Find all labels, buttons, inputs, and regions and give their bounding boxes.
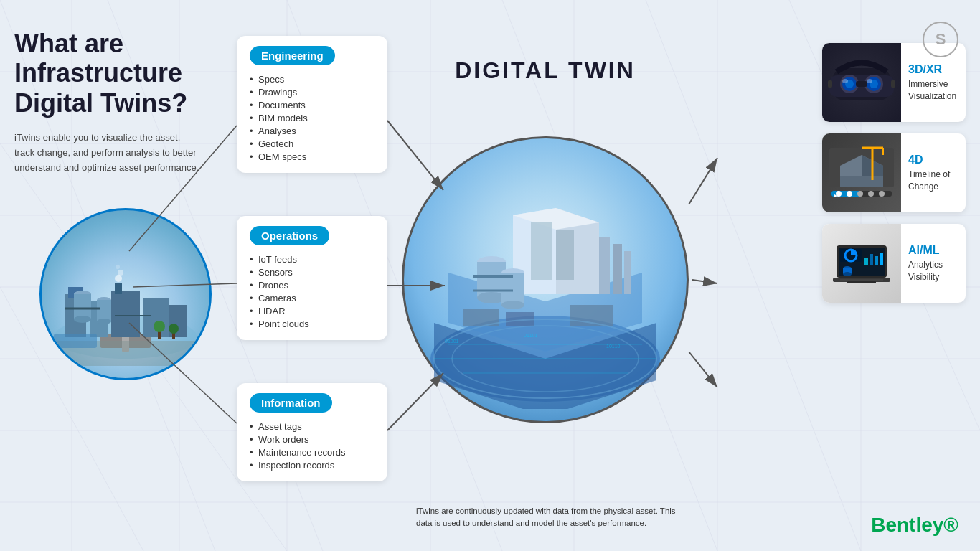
svg-rect-29 [115, 283, 122, 294]
operations-item: IoT feeds [250, 253, 374, 265]
subtitle: iTwins enable you to visualize the asset… [14, 131, 201, 175]
digital-twin-container: DIGITAL TWIN [395, 57, 696, 459]
engineering-item: Analyses [250, 124, 374, 137]
svg-point-34 [74, 316, 91, 323]
output-text-4d: 4D Timeline of Change [901, 148, 966, 199]
svg-point-37 [97, 319, 111, 324]
svg-point-43 [169, 324, 179, 334]
svg-text:01101: 01101 [524, 333, 538, 338]
svg-text:10110: 10110 [606, 344, 621, 349]
output-title-aiml: AI/ML [908, 244, 958, 257]
svg-point-48 [116, 265, 120, 269]
engineering-title: Engineering [250, 46, 335, 65]
svg-point-102 [867, 79, 872, 83]
engineering-list: Specs Drawings Documents BIM models Anal… [250, 72, 374, 163]
output-subtitle-3dxr: Immersive Visualization [908, 78, 958, 103]
output-card-aiml: AI/ML Analytics Visibility [822, 224, 966, 303]
left-boxes: Engineering Specs Drawings Documents BIM… [237, 36, 387, 496]
output-subtitle-aiml: Analytics Visibility [908, 259, 958, 283]
engineering-item: BIM models [250, 111, 374, 124]
engineering-item: Specs [250, 72, 374, 85]
output-text-aiml: AI/ML Analytics Visibility [901, 238, 966, 289]
output-title-4d: 4D [908, 154, 958, 166]
svg-rect-28 [111, 291, 140, 337]
operations-list: IoT feeds Sensors Drones Cameras LiDAR P… [250, 253, 374, 330]
svg-point-47 [118, 270, 123, 276]
svg-rect-33 [74, 294, 91, 319]
operations-title: Operations [250, 226, 329, 245]
svg-rect-77 [531, 222, 552, 280]
svg-rect-73 [613, 244, 622, 294]
main-title: What are Infrastructure Digital Twins? [14, 29, 201, 118]
svg-rect-100 [891, 80, 895, 88]
information-item: Inspection records [250, 458, 374, 471]
information-item: Maintenance records [250, 446, 374, 458]
digital-twin-label: DIGITAL TWIN [455, 57, 636, 84]
information-title: Information [250, 393, 332, 413]
svg-point-114 [857, 191, 863, 197]
svg-point-113 [847, 191, 852, 197]
left-section: What are Infrastructure Digital Twins? i… [14, 29, 201, 176]
bentley-logo: Bentley® [871, 514, 958, 537]
output-title-3dxr: 3D/XR [908, 63, 958, 76]
factory-circle [39, 208, 212, 380]
digital-twin-circle: 01001 10110 01101 [402, 136, 689, 423]
output-subtitle-4d: Timeline of Change [908, 169, 958, 193]
output-image-3dxr [822, 43, 901, 122]
svg-text:01001: 01001 [445, 339, 459, 344]
bottom-caption: iTwins are continuously updated with dat… [416, 505, 689, 530]
operations-item: Cameras [250, 291, 374, 304]
svg-point-101 [842, 79, 848, 83]
svg-rect-123 [870, 254, 873, 265]
svg-line-58 [692, 280, 717, 283]
svg-point-71 [501, 301, 524, 309]
svg-rect-131 [840, 279, 883, 281]
information-list: Asset tags Work orders Maintenance recor… [250, 420, 374, 471]
main-content: What are Infrastructure Digital Twins? i… [0, 0, 980, 551]
svg-point-128 [843, 272, 852, 276]
right-section: 3D/XR Immersive Visualization [822, 43, 966, 314]
engineering-item: Drawings [250, 85, 374, 98]
output-text-3dxr: 3D/XR Immersive Visualization [901, 57, 966, 108]
svg-point-115 [868, 191, 874, 197]
svg-rect-124 [875, 256, 878, 265]
engineering-item: Documents [250, 98, 374, 111]
information-item: Work orders [250, 433, 374, 446]
svg-rect-122 [864, 258, 868, 265]
engineering-item: OEM specs [250, 150, 374, 163]
svg-point-41 [154, 321, 165, 332]
svg-rect-30 [143, 298, 169, 337]
svg-rect-36 [97, 300, 111, 321]
svg-point-46 [115, 275, 122, 282]
svg-rect-98 [856, 81, 867, 87]
operations-item: Drones [250, 278, 374, 291]
svg-point-116 [879, 191, 885, 197]
syncro-logo: S [923, 22, 958, 57]
svg-rect-130 [847, 281, 876, 283]
operations-box: Operations IoT feeds Sensors Drones Came… [237, 216, 387, 340]
svg-rect-78 [556, 230, 574, 280]
engineering-box: Engineering Specs Drawings Documents BIM… [237, 36, 387, 173]
operations-item: Sensors [250, 265, 374, 278]
engineering-item: Geotech [250, 137, 374, 150]
output-image-aiml [822, 224, 901, 303]
output-card-4d: 4D Timeline of Change [822, 133, 966, 212]
svg-rect-72 [599, 237, 610, 294]
output-image-4d [822, 133, 901, 212]
svg-rect-74 [624, 251, 631, 294]
svg-rect-99 [828, 80, 832, 88]
svg-rect-45 [54, 334, 97, 348]
operations-item: LiDAR [250, 304, 374, 317]
information-item: Asset tags [250, 420, 374, 433]
svg-rect-125 [880, 253, 883, 265]
operations-item: Point clouds [250, 317, 374, 330]
information-box: Information Asset tags Work orders Maint… [237, 383, 387, 481]
